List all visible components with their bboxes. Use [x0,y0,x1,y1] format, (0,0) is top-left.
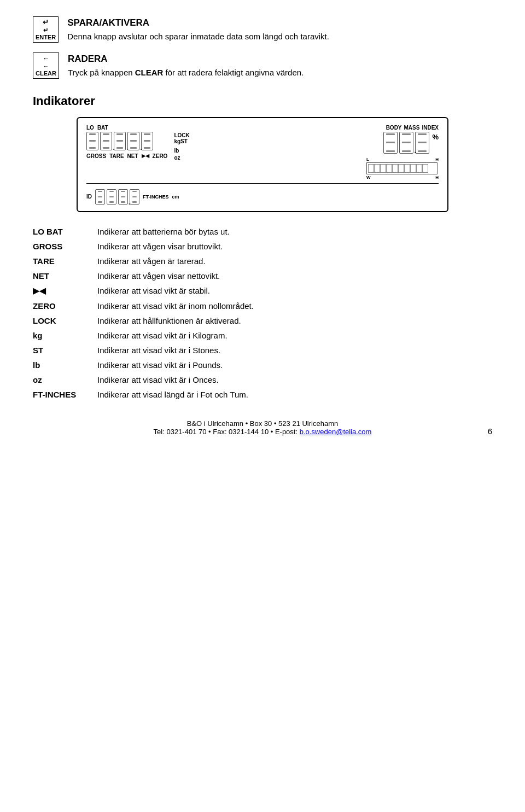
indicator-row: ZEROIndikerar att visad vikt är inom nol… [33,299,492,313]
bmi-cell-4 [386,164,392,173]
footer: B&O i Ulricehamn • Box 30 • 523 21 Ulric… [0,419,525,436]
ft-inches-label: FT-INCHES [143,194,169,200]
id-digit-3 [118,189,128,205]
indicator-term: oz [33,372,93,387]
id-digit-3-wrap: . [118,189,128,205]
bmi-cell-10 [422,164,428,173]
bmi-label: BODY MASS INDEX [386,125,439,131]
seg-digit-3 [114,132,126,150]
bmi-cell-3 [380,164,386,173]
indicator-row: GROSSIndikerar att vågen visar bruttovik… [33,239,492,254]
bmi-cell-6 [398,164,404,173]
indicator-desc: Indikerar att vågen visar nettovikt. [93,268,492,283]
enter-section: ↵ENTER SPARA/AKTIVERA Denna knapp avslut… [33,16,492,43]
clear-bold-word: CLEAR [135,68,164,77]
indicator-row: LOCKIndikerar att hållfunktionen är akti… [33,313,492,328]
bmi-w-label: W [366,175,371,180]
clear-key-icon: ←CLEAR [33,52,59,79]
bmi-digit-3 [415,132,429,154]
indicator-term: NET [33,268,93,283]
bmi-bar-container: L H [366,157,439,180]
indicator-row: STIndikerar att visad vikt är i Stones. [33,343,492,358]
bottom-row: ID . [86,189,439,205]
seg-digit-2-wrap: . [100,132,112,150]
indicator-desc: Indikerar att visad vikt är i Pounds. [93,358,492,372]
display-diagram: LO BAT [77,117,448,212]
bmi-cell-7 [404,164,410,173]
bmi-digit-2 [399,132,413,154]
bmi-dot: . [415,146,417,155]
seg-digit-2 [100,132,112,150]
bat-label: BAT [97,125,108,131]
id-label: ID [86,194,92,200]
body-label: BODY [386,125,402,131]
seg-digit-4 [127,132,139,150]
stab-label: ▶◀ [142,153,149,159]
clear-heading: RADERA [68,52,304,65]
indicator-term: TARE [33,254,93,268]
lock-label-disp: LOCK [174,132,189,138]
seg-digit-3-wrap: . [114,132,126,150]
oz-label-disp: oz [174,155,180,161]
indicator-row: TAREIndikerar att vågen är tarerad. [33,254,492,268]
tare-label: TARE [109,153,124,159]
seg-digit-5 [141,132,153,150]
indicator-desc: Indikerar att visad längd är i Fot och T… [93,387,492,402]
indicator-desc: Indikerar att vågen visar bruttovikt. [93,239,492,254]
indicator-term: FT-INCHES [33,387,93,402]
page-number: 6 [488,427,492,436]
bmi-bar-top-labels: L H [366,157,439,162]
indicator-row: FT-INCHESIndikerar att visad längd är i … [33,387,492,402]
footer-email-link[interactable]: b.o.sweden@telia.com [300,428,372,436]
lb-label-disp: lb [174,148,179,154]
index-label: INDEX [422,125,439,131]
indicator-row: kgIndikerar att visad vikt är i Kilogram… [33,328,492,343]
indicator-term: lb [33,358,93,372]
indicator-row: LO BATIndikerar att batterierna bör byta… [33,224,492,239]
lo-label: LO [86,125,94,131]
row-labels: GROSS TARE NET ▶◀ ZERO [86,153,167,159]
mass-label: MASS [404,125,420,131]
footer-line1: B&O i Ulricehamn • Box 30 • 523 21 Ulric… [0,419,525,428]
bmi-digits-row: . % [383,132,439,154]
clear-description: Tryck på knappen CLEAR för att radera fe… [68,68,304,77]
bmi-digit-1 [383,132,398,154]
indicator-term: GROSS [33,239,93,254]
indicator-term: ST [33,343,93,358]
indicator-desc: Indikerar att visad vikt är i Onces. [93,372,492,387]
indicator-row: NETIndikerar att vågen visar nettovikt. [33,268,492,283]
indicator-term: LO BAT [33,224,93,239]
bmi-cell-5 [392,164,398,173]
high-indicator: H [435,157,439,162]
id-digit-2 [107,189,116,205]
indicator-desc: Indikerar att hållfunktionen är aktivera… [93,313,492,328]
indicator-desc: Indikerar att visad vikt är stabil. [93,283,492,299]
indicator-row: ▶◀Indikerar att visad vikt är stabil. [33,283,492,299]
indicator-desc: Indikerar att visad vikt är inom nollomr… [93,299,492,313]
indicator-term: LOCK [33,313,93,328]
indicator-desc: Indikerar att batterierna bör bytas ut. [93,224,492,239]
indikatorer-heading: Indikatorer [33,94,492,108]
zero-label: ZERO [153,153,168,159]
indicator-row: lbIndikerar att visad vikt är i Pounds. [33,358,492,372]
id-digit-1 [95,189,105,205]
seg-digit-4-wrap: . [127,132,139,150]
clear-desc-post: för att radera felaktigt angivna värden. [166,68,304,77]
enter-heading: SPARA/AKTIVERA [67,16,329,28]
clear-section: ←CLEAR RADERA Tryck på knappen CLEAR för… [33,52,492,79]
enter-key-icon: ↵ENTER [33,16,59,43]
indicator-desc: Indikerar att visad vikt är i Kilogram. [93,328,492,343]
indicator-desc: Indikerar att vågen är tarerad. [93,254,492,268]
footer-line2: Tel: 0321-401 70 • Fax: 0321-144 10 • E-… [0,428,525,436]
indicator-table: LO BATIndikerar att batterierna bör byta… [33,224,492,402]
low-indicator: L [366,157,369,162]
footer-line2-pre: Tel: 0321-401 70 • Fax: 0321-144 10 • E-… [154,428,300,436]
bmi-cell-8 [410,164,416,173]
bmi-cell-1 [368,164,374,173]
bmi-digit-2-wrap: . [399,132,413,154]
id-digit-4 [130,189,139,205]
main-digits: . . [86,132,167,150]
bmi-group: BODY MASS INDEX [366,125,439,180]
gross-label: GROSS [86,153,106,159]
lock-unit-col: LOCK kgST lb oz [174,132,189,161]
